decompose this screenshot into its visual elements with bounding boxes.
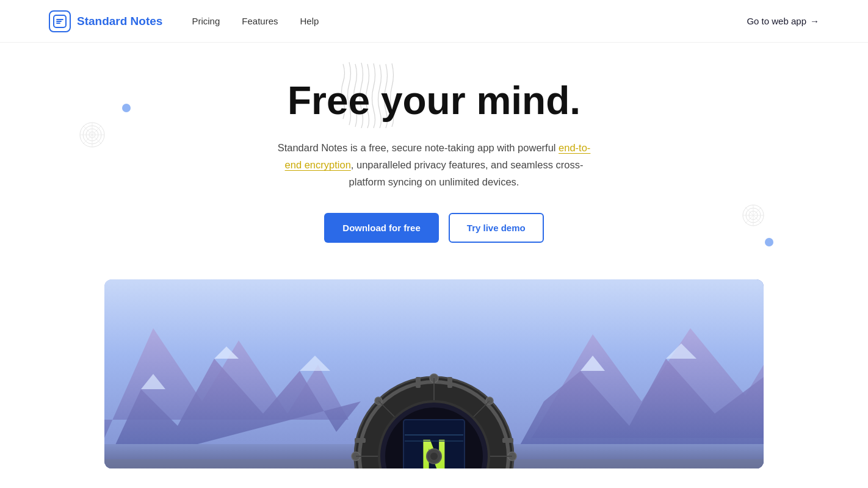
live-demo-button[interactable]: Try live demo <box>449 213 544 243</box>
go-to-web-app-link[interactable]: Go to web app → <box>747 16 819 26</box>
nav-help[interactable]: Help <box>300 16 319 26</box>
hero-section: Free your mind. Standard Notes is a free… <box>0 43 868 488</box>
svg-rect-56 <box>447 377 452 388</box>
hero-description: Standard Notes is a free, secure note-ta… <box>275 139 593 190</box>
svg-rect-55 <box>416 377 421 388</box>
lines-decoration-left <box>79 122 105 150</box>
svg-rect-53 <box>355 438 366 443</box>
arrow-right-icon: → <box>810 16 819 26</box>
hero-title: Free your mind. <box>12 79 856 122</box>
logo-link[interactable]: Standard Notes <box>49 10 162 32</box>
hero-image: N N <box>104 279 764 468</box>
logo-icon <box>49 10 71 32</box>
nav-pricing[interactable]: Pricing <box>192 16 220 26</box>
hero-buttons: Download for free Try live demo <box>12 213 856 243</box>
logo-text: Standard Notes <box>77 15 162 28</box>
nav-features[interactable]: Features <box>242 16 278 26</box>
download-button[interactable]: Download for free <box>324 213 439 243</box>
svg-rect-54 <box>502 438 513 443</box>
svg-point-52 <box>430 453 438 460</box>
nav-links: Pricing Features Help <box>192 16 319 27</box>
navbar: Standard Notes Pricing Features Help Go … <box>0 0 868 43</box>
